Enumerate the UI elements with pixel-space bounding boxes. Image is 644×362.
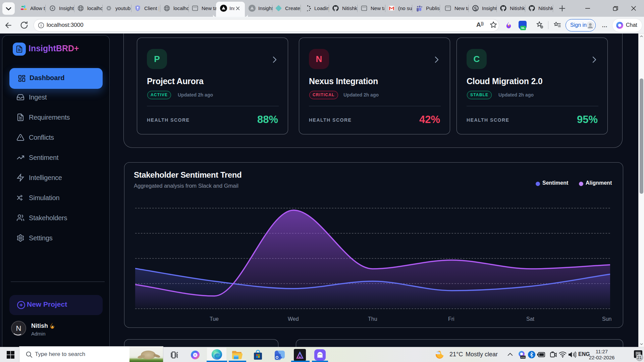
svg-text:M365: M365 — [521, 356, 525, 358]
